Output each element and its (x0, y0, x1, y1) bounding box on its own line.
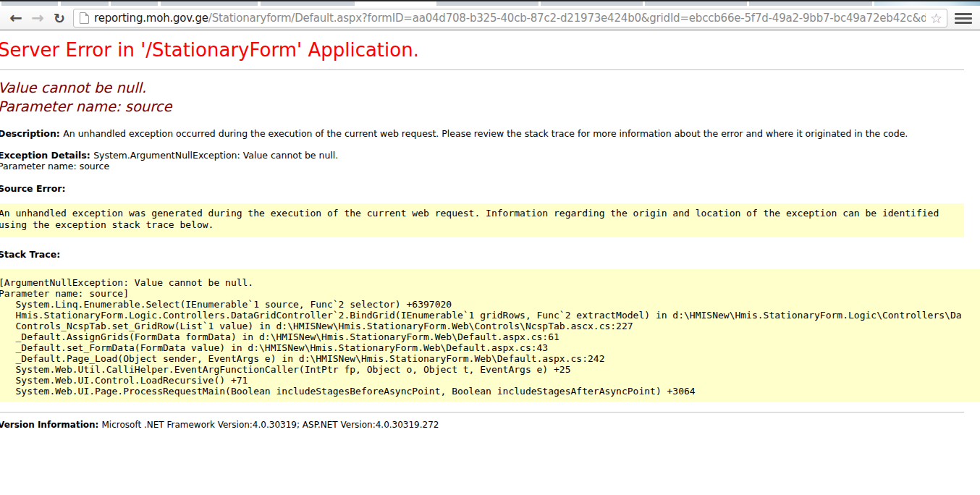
divider (0, 69, 964, 70)
menu-icon[interactable] (955, 13, 972, 24)
url-bar[interactable]: reporting.moh.gov.ge/Stationaryform/Defa… (73, 9, 947, 28)
divider (0, 412, 964, 412)
source-error-label: Source Error: (0, 183, 964, 194)
url-text[interactable]: reporting.moh.gov.ge/Stationaryform/Defa… (94, 12, 926, 25)
stack-trace-box: [ArgumentNullException: Value cannot be … (0, 269, 980, 402)
bookmark-star-icon[interactable]: ☆ (930, 11, 942, 25)
browser-tab[interactable] (645, 1, 747, 6)
browser-tab[interactable] (1, 1, 58, 6)
error-page: Server Error in '/StationaryForm' Applic… (0, 38, 964, 431)
reload-icon[interactable]: ↻ (48, 9, 70, 28)
stack-trace-label: Stack Trace: (0, 249, 964, 260)
stack-trace-text: [ArgumentNullException: Value cannot be … (0, 277, 980, 397)
browser-toolbar: ← → ↻ reporting.moh.gov.ge/Stationaryfor… (0, 7, 980, 31)
error-message-line2: Parameter name: source (0, 98, 964, 117)
browser-tab[interactable] (874, 1, 980, 6)
exception-details-label: Exception Details: (0, 150, 93, 161)
page-icon[interactable] (80, 12, 89, 24)
exception-details-text: System.ArgumentNullException: Value cann… (93, 150, 338, 161)
description-label: Description: (0, 128, 63, 139)
browser-tab[interactable] (749, 1, 872, 6)
browser-tab[interactable] (541, 1, 643, 6)
exception-details: Exception Details: System.ArgumentNullEx… (0, 150, 964, 172)
source-error-box: An unhandled exception was generated dur… (0, 203, 964, 237)
error-message-line1: Value cannot be null. (0, 79, 964, 98)
browser-tab[interactable] (261, 1, 355, 6)
description: Description: An unhandled exception occu… (0, 128, 964, 139)
tab-strip (0, 0, 980, 7)
forward-icon[interactable]: → (27, 9, 48, 28)
page-title: Server Error in '/StationaryForm' Applic… (0, 38, 964, 62)
version-information-label: Version Information: (0, 420, 102, 430)
back-icon[interactable]: ← (5, 9, 27, 28)
browser-tab[interactable] (111, 1, 158, 6)
description-text: An unhandled exception occurred during t… (63, 128, 908, 139)
browser-chrome: ← → ↻ reporting.moh.gov.ge/Stationaryfor… (0, 0, 980, 31)
browser-tab[interactable] (436, 1, 538, 6)
version-information-text: Microsoft .NET Framework Version:4.0.303… (102, 420, 439, 430)
url-host: reporting.moh.gov.ge (94, 12, 208, 25)
url-path: /Stationaryform/Default.aspx?formID=aa04… (208, 12, 926, 25)
browser-tab[interactable] (61, 1, 109, 6)
error-message: Value cannot be null. Parameter name: so… (0, 79, 964, 117)
browser-tab[interactable] (161, 1, 258, 6)
source-error-text: An unhandled exception was generated dur… (0, 208, 964, 231)
version-information: Version Information: Microsoft .NET Fram… (0, 420, 964, 431)
exception-details-text-line2: Parameter name: source (0, 161, 109, 172)
